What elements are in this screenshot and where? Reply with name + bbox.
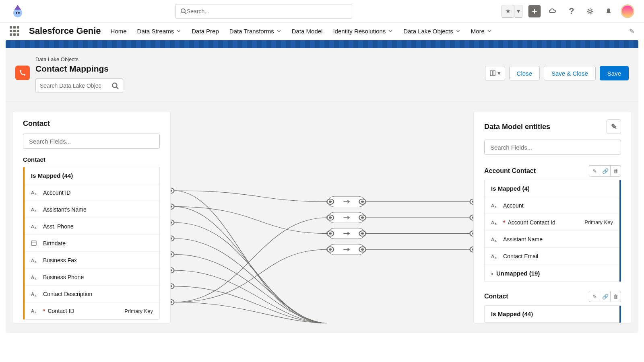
nav-tab-label: Data Prep	[192, 28, 219, 35]
app-launcher-icon[interactable]	[10, 26, 19, 36]
field-row[interactable]: Birthdate	[25, 235, 159, 252]
field-row[interactable]: AaBusiness Phone	[25, 269, 159, 286]
svg-point-8	[112, 83, 117, 87]
text-type-icon: Aa	[491, 254, 498, 259]
app-nav: Salesforce Genie HomeData StreamsData Pr…	[0, 23, 644, 40]
svg-rect-11	[493, 71, 495, 76]
search-icon	[111, 82, 119, 89]
text-type-icon: Aa	[31, 258, 38, 263]
connector-svg	[171, 111, 473, 323]
entity-account-contact-header: Account Contact ✎ 🔗 🗑	[484, 165, 621, 177]
target-field-search[interactable]	[484, 140, 621, 155]
close-button[interactable]: Close	[509, 66, 540, 80]
required-star-icon: *	[43, 308, 45, 314]
field-label: Business Phone	[43, 274, 84, 280]
field-row[interactable]: AaBusiness Fax	[25, 252, 159, 269]
header-decoration	[6, 40, 638, 48]
nav-tab-data-streams[interactable]: Data Streams	[137, 28, 182, 35]
nav-tab-label: Home	[111, 28, 127, 35]
field-label: Contact Description	[43, 291, 92, 297]
edit-entities-button[interactable]: ✎	[607, 119, 621, 134]
source-search-input[interactable]	[29, 138, 154, 145]
target-mapped-header[interactable]: Is Mapped (4)	[485, 180, 619, 197]
link-icon[interactable]: 🔗	[600, 166, 610, 176]
star-icon[interactable]: ★	[502, 5, 514, 18]
text-type-icon: Aa	[31, 292, 38, 296]
save-button[interactable]: Save	[600, 66, 629, 80]
nav-tab-data-prep[interactable]: Data Prep	[192, 28, 219, 35]
nav-tab-label: Data Streams	[137, 28, 174, 35]
dlo-search[interactable]	[35, 78, 123, 93]
chevron-down-icon	[176, 28, 181, 35]
edit-nav-icon[interactable]: ✎	[629, 27, 634, 35]
global-search-input[interactable]	[187, 8, 347, 14]
page-container: Data Lake Objects Contact Mappings ▾ Clo…	[6, 48, 638, 333]
text-type-icon: Aa	[31, 190, 38, 195]
field-label: Asst. Phone	[43, 223, 74, 230]
nav-tab-identity-resolutions[interactable]: Identity Resolutions	[333, 28, 393, 35]
calendar-icon	[31, 240, 38, 247]
bell-cloud-icon[interactable]	[547, 5, 559, 18]
edit-icon[interactable]: ✎	[589, 166, 600, 176]
source-field-search[interactable]	[23, 134, 160, 149]
target-entity-block-account-contact: Is Mapped (4) AaAccountAa*Account Contac…	[484, 180, 621, 282]
nav-tab-more[interactable]: More	[471, 28, 492, 35]
nav-tab-data-transforms[interactable]: Data Transforms	[229, 28, 281, 35]
svg-point-1	[16, 12, 17, 14]
entity-name: Account Contact	[484, 167, 536, 175]
nav-tab-home[interactable]: Home	[111, 28, 127, 35]
help-icon[interactable]: ?	[565, 5, 578, 18]
field-row[interactable]: AaAccount	[485, 197, 619, 214]
nav-tab-data-model[interactable]: Data Model	[292, 28, 323, 35]
nav-tab-label: More	[471, 28, 485, 35]
source-subtitle: Contact	[23, 156, 160, 163]
chevron-down-icon	[487, 28, 492, 35]
global-search[interactable]	[175, 4, 352, 19]
source-panel: Contact Contact Is Mapped (44) AaAccount…	[12, 111, 171, 323]
chevron-down-icon	[388, 28, 393, 35]
chevron-right-icon: ›	[491, 270, 493, 277]
unmapped-toggle[interactable]: › Unmapped (19)	[485, 265, 619, 282]
nav-tab-data-lake-objects[interactable]: Data Lake Objects	[403, 28, 460, 35]
target-entity-block-contact: Is Mapped (44)	[484, 305, 621, 323]
edit-icon[interactable]: ✎	[589, 291, 600, 302]
dlo-search-input[interactable]	[40, 82, 111, 89]
text-type-icon: Aa	[491, 220, 498, 225]
field-label: Birthdate	[43, 240, 66, 247]
delete-icon[interactable]: 🗑	[610, 291, 621, 302]
field-row[interactable]: AaContact Description	[25, 286, 159, 302]
text-type-icon: Aa	[31, 224, 38, 229]
target-mapped-header-2[interactable]: Is Mapped (44)	[485, 306, 619, 323]
nav-tabs: HomeData StreamsData PrepData Transforms…	[111, 28, 492, 35]
notification-bell-icon[interactable]	[602, 5, 615, 18]
primary-key-badge: Primary Key	[584, 219, 613, 225]
field-row[interactable]: Aa*Account Contact IdPrimary Key	[485, 214, 619, 231]
nav-tab-label: Identity Resolutions	[333, 28, 386, 35]
chevron-down-icon[interactable]: ▾	[514, 5, 522, 18]
target-search-input[interactable]	[490, 144, 615, 151]
source-panel-title: Contact	[23, 119, 160, 128]
link-icon[interactable]: 🔗	[600, 291, 610, 302]
source-mapped-header[interactable]: Is Mapped (44)	[25, 167, 159, 184]
avatar[interactable]	[621, 4, 634, 18]
text-type-icon: Aa	[491, 237, 498, 242]
chevron-down-icon	[277, 28, 281, 35]
field-label: Contact ID	[47, 308, 74, 314]
field-row[interactable]: Aa*Contact IDPrimary Key	[25, 302, 159, 319]
save-close-button[interactable]: Save & Close	[544, 66, 596, 80]
svg-point-0	[13, 8, 22, 17]
add-icon[interactable]: ＋	[528, 5, 541, 18]
field-row[interactable]: AaContact Email	[485, 248, 619, 265]
field-row[interactable]: AaAsst. Phone	[25, 218, 159, 235]
field-label: Assistant's Name	[43, 206, 87, 213]
field-row[interactable]: AaAccount ID	[25, 184, 159, 201]
favorites-dropdown[interactable]: ★ ▾	[502, 5, 522, 18]
layout-menu-button[interactable]: ▾	[485, 66, 505, 80]
connector-area	[171, 111, 473, 323]
svg-rect-12	[31, 241, 36, 245]
field-row[interactable]: AaAssistant's Name	[25, 201, 159, 218]
gear-icon[interactable]	[584, 5, 597, 18]
delete-icon[interactable]: 🗑	[610, 166, 621, 176]
global-header: ★ ▾ ＋ ?	[0, 0, 644, 23]
field-row[interactable]: AaAssistant Name	[485, 231, 619, 248]
